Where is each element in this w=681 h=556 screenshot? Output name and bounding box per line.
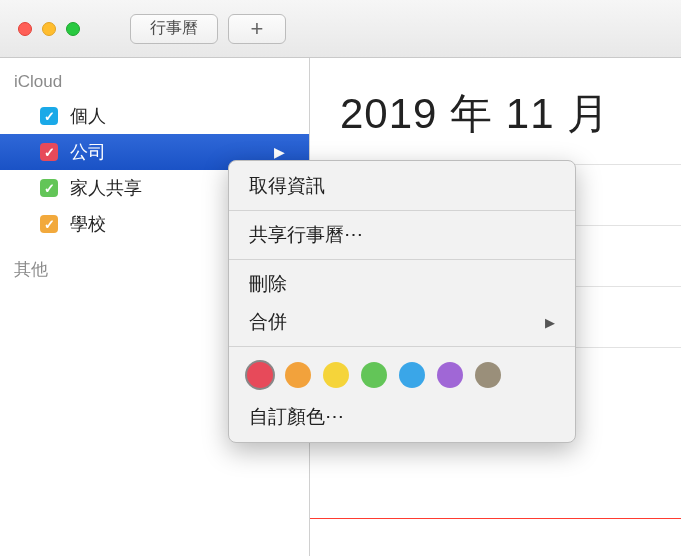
color-swatch-yellow[interactable]: [323, 362, 349, 388]
calendar-label: 公司: [70, 140, 106, 164]
color-swatch-blue[interactable]: [399, 362, 425, 388]
menu-separator: [229, 346, 575, 347]
color-swatch-brown[interactable]: [475, 362, 501, 388]
menu-custom-color[interactable]: 自訂顏色⋯: [229, 398, 575, 436]
menu-separator: [229, 259, 575, 260]
color-swatch-green[interactable]: [361, 362, 387, 388]
calendars-button[interactable]: 行事曆: [130, 14, 218, 44]
calendar-label: 家人共享: [70, 176, 142, 200]
chevron-right-icon: ▶: [274, 144, 285, 160]
current-time-indicator: [310, 518, 681, 519]
menu-delete[interactable]: 刪除: [229, 265, 575, 303]
context-menu: 取得資訊 共享行事曆⋯ 刪除 合併 ▶ 自訂顏色⋯: [228, 160, 576, 443]
month-title: 2019 年 11 月: [340, 86, 681, 142]
close-icon[interactable]: [18, 22, 32, 36]
zoom-icon[interactable]: [66, 22, 80, 36]
checkbox-icon[interactable]: [40, 215, 58, 233]
window-controls: [18, 22, 80, 36]
menu-share-calendar[interactable]: 共享行事曆⋯: [229, 216, 575, 254]
checkbox-icon[interactable]: [40, 143, 58, 161]
menu-label: 共享行事曆⋯: [249, 222, 363, 248]
calendar-label: 個人: [70, 104, 106, 128]
sidebar-item-personal[interactable]: 個人: [0, 98, 309, 134]
add-button[interactable]: +: [228, 14, 286, 44]
toolbar: 行事曆 +: [130, 14, 296, 44]
color-swatch-red[interactable]: [247, 362, 273, 388]
titlebar: 行事曆 +: [0, 0, 681, 58]
menu-separator: [229, 210, 575, 211]
menu-label: 取得資訊: [249, 173, 325, 199]
menu-label: 自訂顏色⋯: [249, 404, 344, 430]
menu-merge[interactable]: 合併 ▶: [229, 303, 575, 341]
chevron-right-icon: ▶: [545, 315, 555, 330]
section-icloud-label: iCloud: [0, 68, 309, 98]
checkbox-icon[interactable]: [40, 107, 58, 125]
calendar-label: 學校: [70, 212, 106, 236]
app-window: 行事曆 + iCloud 個人 公司 ▶ 家人共享 學校: [0, 0, 681, 556]
checkbox-icon[interactable]: [40, 179, 58, 197]
menu-label: 刪除: [249, 271, 287, 297]
color-picker-row: [229, 352, 575, 398]
color-swatch-purple[interactable]: [437, 362, 463, 388]
minimize-icon[interactable]: [42, 22, 56, 36]
menu-get-info[interactable]: 取得資訊: [229, 167, 575, 205]
color-swatch-orange[interactable]: [285, 362, 311, 388]
menu-label: 合併: [249, 309, 287, 335]
